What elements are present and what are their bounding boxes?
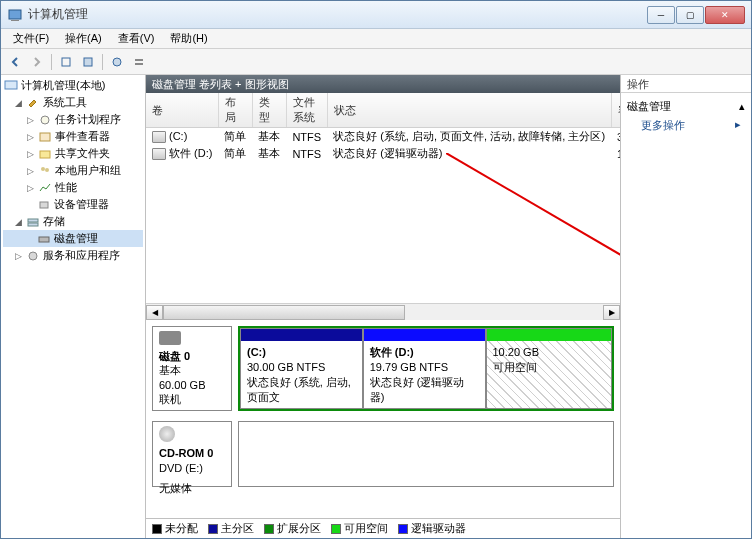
svg-point-11 <box>41 167 45 171</box>
legend-extended: 扩展分区 <box>264 521 321 536</box>
svg-rect-2 <box>62 58 70 66</box>
cdrom-info[interactable]: CD-ROM 0 DVD (E:) 无媒体 <box>152 421 232 487</box>
tree-performance[interactable]: ▷ 性能 <box>3 179 143 196</box>
disk-graphical-view: 磁盘 0 基本 60.00 GB 联机 (C:) 30.00 GB NTFS 状… <box>146 320 620 518</box>
disk-partitions: (C:) 30.00 GB NTFS 状态良好 (系统, 启动, 页面文 软件 … <box>238 326 614 411</box>
disk-info[interactable]: 磁盘 0 基本 60.00 GB 联机 <box>152 326 232 411</box>
svg-rect-14 <box>28 219 38 222</box>
separator <box>51 54 52 70</box>
cdrom-row: CD-ROM 0 DVD (E:) 无媒体 <box>152 421 614 487</box>
col-volume[interactable]: 卷 <box>146 93 218 128</box>
back-button[interactable] <box>5 52 25 72</box>
expand-toggle[interactable]: ▷ <box>25 131 36 142</box>
navigation-tree[interactable]: 计算机管理(本地) ◢ 系统工具 ▷ 任务计划程序 ▷ 事件查看器 <box>1 75 146 538</box>
titlebar: 计算机管理 ─ ▢ ✕ <box>1 1 751 29</box>
tree-task-scheduler[interactable]: ▷ 任务计划程序 <box>3 111 143 128</box>
toolbar <box>1 49 751 75</box>
collapse-icon: ▴ <box>739 100 745 113</box>
storage-icon <box>25 215 41 229</box>
menu-action[interactable]: 操作(A) <box>57 29 110 48</box>
partition[interactable]: 软件 (D:) 19.79 GB NTFS 状态良好 (逻辑驱动器) <box>363 328 486 409</box>
actions-more[interactable]: 更多操作 ▸ <box>627 116 745 135</box>
close-button[interactable]: ✕ <box>705 6 745 24</box>
partition-header <box>364 329 485 341</box>
volume-row[interactable]: (C:) 简单 基本 NTFS 状态良好 (系统, 启动, 页面文件, 活动, … <box>146 128 620 146</box>
computer-icon <box>3 79 19 93</box>
performance-icon <box>37 181 53 195</box>
device-icon <box>36 198 52 212</box>
partition-body: 10.20 GB 可用空间 <box>487 341 611 408</box>
help-button[interactable] <box>107 52 127 72</box>
col-status[interactable]: 状态 <box>327 93 611 128</box>
drive-icon <box>152 148 166 160</box>
svg-rect-13 <box>40 202 48 208</box>
horizontal-scrollbar[interactable]: ◀ ▶ <box>146 303 620 320</box>
expand-toggle[interactable]: ▷ <box>25 165 36 176</box>
col-type[interactable]: 类型 <box>252 93 286 128</box>
tree-shared-folders[interactable]: ▷ 共享文件夹 <box>3 145 143 162</box>
tree-system-tools[interactable]: ◢ 系统工具 <box>3 94 143 111</box>
annotation-arrow <box>446 153 620 303</box>
tree-root[interactable]: 计算机管理(本地) <box>3 77 143 94</box>
main-header: 磁盘管理 卷列表 + 图形视图 <box>146 75 620 93</box>
tree-services-apps[interactable]: ▷ 服务和应用程序 <box>3 247 143 264</box>
svg-point-17 <box>29 252 37 260</box>
expand-toggle[interactable]: ▷ <box>25 114 36 125</box>
scroll-right-button[interactable]: ▶ <box>603 305 620 320</box>
expand-toggle[interactable]: ▷ <box>13 250 24 261</box>
volume-list[interactable]: 卷 布局 类型 文件系统 状态 容量 (C:) 简单 <box>146 93 620 303</box>
scroll-left-button[interactable]: ◀ <box>146 305 163 320</box>
disk-row: 磁盘 0 基本 60.00 GB 联机 (C:) 30.00 GB NTFS 状… <box>152 326 614 411</box>
window-title: 计算机管理 <box>28 6 647 23</box>
cdrom-icon <box>159 426 175 442</box>
col-capacity[interactable]: 容量 <box>611 93 620 128</box>
col-filesystem[interactable]: 文件系统 <box>286 93 327 128</box>
app-icon <box>7 7 23 23</box>
tree-device-manager[interactable]: 设备管理器 <box>3 196 143 213</box>
volume-row[interactable]: 软件 (D:) 简单 基本 NTFS 状态良好 (逻辑驱动器) 19.79 GB… <box>146 145 620 162</box>
menu-view[interactable]: 查看(V) <box>110 29 163 48</box>
scroll-track[interactable] <box>163 305 603 320</box>
partition[interactable]: 10.20 GB 可用空间 <box>486 328 612 409</box>
maximize-button[interactable]: ▢ <box>676 6 704 24</box>
actions-group-title[interactable]: 磁盘管理 ▴ <box>627 97 745 116</box>
clock-icon <box>37 113 53 127</box>
expand-toggle[interactable]: ◢ <box>13 97 24 108</box>
tree-event-viewer[interactable]: ▷ 事件查看器 <box>3 128 143 145</box>
svg-rect-0 <box>9 10 21 19</box>
tree-storage[interactable]: ◢ 存储 <box>3 213 143 230</box>
forward-button[interactable] <box>27 52 47 72</box>
actions-group: 磁盘管理 ▴ 更多操作 ▸ <box>621 93 751 139</box>
refresh-button[interactable] <box>56 52 76 72</box>
expand-toggle[interactable]: ▷ <box>25 182 36 193</box>
volume-table: 卷 布局 类型 文件系统 状态 容量 (C:) 简单 <box>146 93 620 162</box>
legend-primary: 主分区 <box>208 521 254 536</box>
partition-header <box>241 329 362 341</box>
partition-header <box>487 329 611 341</box>
svg-rect-15 <box>28 223 38 226</box>
view-button[interactable] <box>129 52 149 72</box>
minimize-button[interactable]: ─ <box>647 6 675 24</box>
menu-file[interactable]: 文件(F) <box>5 29 57 48</box>
properties-button[interactable] <box>78 52 98 72</box>
actions-header: 操作 <box>621 75 751 93</box>
tree-local-users[interactable]: ▷ 本地用户和组 <box>3 162 143 179</box>
tree-disk-management[interactable]: 磁盘管理 <box>3 230 143 247</box>
event-icon <box>37 130 53 144</box>
chevron-right-icon: ▸ <box>735 118 741 131</box>
menu-help[interactable]: 帮助(H) <box>162 29 215 48</box>
svg-point-4 <box>113 58 121 66</box>
legend: 未分配 主分区 扩展分区 可用空间 逻辑驱动器 <box>146 518 620 538</box>
expand-toggle[interactable]: ▷ <box>25 148 36 159</box>
wrench-icon <box>25 96 41 110</box>
partition-body: (C:) 30.00 GB NTFS 状态良好 (系统, 启动, 页面文 <box>241 341 362 408</box>
window-buttons: ─ ▢ ✕ <box>647 6 745 24</box>
partition[interactable]: (C:) 30.00 GB NTFS 状态良好 (系统, 启动, 页面文 <box>240 328 363 409</box>
content-area: 计算机管理(本地) ◢ 系统工具 ▷ 任务计划程序 ▷ 事件查看器 <box>1 75 751 538</box>
scroll-thumb[interactable] <box>163 305 405 320</box>
services-icon <box>25 249 41 263</box>
users-icon <box>37 164 53 178</box>
svg-rect-7 <box>5 81 17 89</box>
expand-toggle[interactable]: ◢ <box>13 216 24 227</box>
col-layout[interactable]: 布局 <box>218 93 252 128</box>
